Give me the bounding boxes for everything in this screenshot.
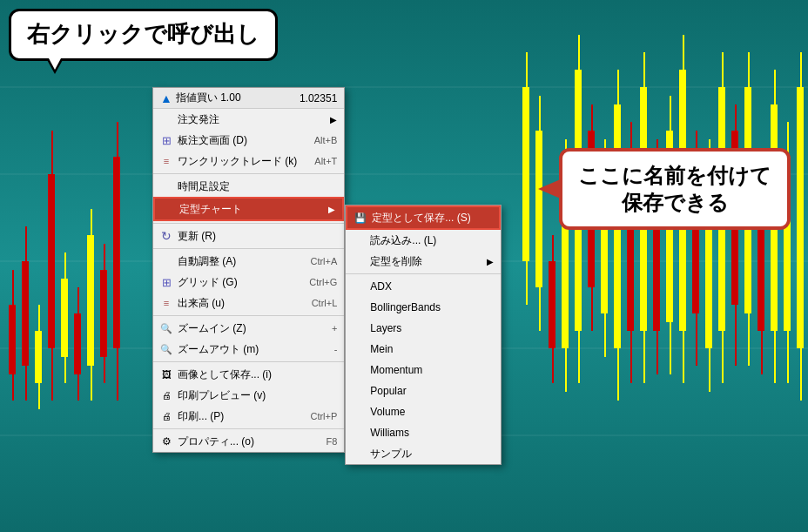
menu-item-props[interactable]: ⚙ プロパティ... (o) F8 bbox=[153, 431, 344, 452]
menu-item-zoomin[interactable]: 🔍 ズームイン (Z) + bbox=[153, 318, 344, 339]
timeframe-icon bbox=[158, 178, 174, 194]
menu-item-order[interactable]: 注文発注 ▶ bbox=[153, 109, 344, 130]
submenu-item-popular[interactable]: Popular bbox=[346, 380, 501, 401]
grid-icon: ⊞ bbox=[158, 132, 174, 148]
williams-icon bbox=[351, 425, 367, 441]
menu-item-timeframe[interactable]: 時間足設定 bbox=[153, 176, 344, 197]
svg-rect-94 bbox=[787, 331, 789, 383]
annotation-top-text: 右クリックで呼び出し bbox=[27, 21, 259, 47]
svg-rect-40 bbox=[552, 348, 554, 383]
svg-rect-28 bbox=[104, 357, 105, 383]
svg-rect-84 bbox=[748, 52, 750, 87]
svg-rect-7 bbox=[12, 374, 14, 401]
svg-rect-81 bbox=[735, 104, 737, 131]
separator-2 bbox=[153, 223, 344, 224]
svg-rect-45 bbox=[578, 35, 580, 70]
submenu-template[interactable]: 💾 定型として保存... (S) 読み込み... (L) 定型を削除 ▶ ADX… bbox=[345, 205, 502, 465]
svg-rect-23 bbox=[87, 235, 94, 366]
context-menu[interactable]: ▲ 指値買い 1.00 1.02351 注文発注 ▶ ⊞ 板注文画面 (D) A… bbox=[152, 87, 345, 453]
svg-rect-34 bbox=[526, 261, 528, 305]
svg-rect-95 bbox=[797, 87, 804, 348]
menu-item-autoscale[interactable]: 自動調整 (A) Ctrl+A bbox=[153, 251, 344, 272]
save-icon: 💾 bbox=[353, 210, 368, 226]
menu-header-value: 1.02351 bbox=[300, 92, 337, 104]
print-icon: 🖨 bbox=[158, 408, 174, 424]
menu-item-printpreview[interactable]: 🖨 印刷プレビュー (v) bbox=[153, 385, 344, 406]
svg-rect-19 bbox=[64, 357, 66, 383]
svg-rect-14 bbox=[48, 174, 55, 348]
svg-rect-85 bbox=[748, 313, 750, 366]
separator-1 bbox=[153, 173, 344, 174]
svg-rect-36 bbox=[539, 96, 541, 131]
annotation-right-line2: 保存できる bbox=[578, 189, 771, 216]
submenu-item-momentum[interactable]: Momentum bbox=[346, 360, 501, 380]
menu-item-oneclick[interactable]: ≡ ワンクリックトレード (k) Alt+T bbox=[153, 151, 344, 172]
submenu-item-bollinger[interactable]: BollingerBands bbox=[346, 297, 501, 318]
delete-icon bbox=[351, 253, 367, 269]
svg-rect-70 bbox=[683, 331, 684, 383]
svg-rect-97 bbox=[800, 348, 802, 401]
menu-item-volume[interactable]: ≡ 出来高 (u) Ctrl+L bbox=[153, 293, 344, 313]
svg-rect-73 bbox=[696, 313, 697, 366]
svg-rect-60 bbox=[643, 52, 645, 87]
svg-rect-64 bbox=[656, 331, 658, 374]
submenu-item-layers[interactable]: Layers bbox=[346, 318, 501, 339]
volume-icon: ≡ bbox=[158, 295, 174, 311]
svg-rect-17 bbox=[61, 279, 68, 357]
separator-6 bbox=[153, 428, 344, 429]
svg-rect-21 bbox=[77, 287, 79, 313]
menu-header: ▲ 指値買い 1.00 1.02351 bbox=[153, 88, 344, 109]
adx-icon bbox=[351, 279, 367, 294]
submenu-item-williams[interactable]: Williams bbox=[346, 422, 501, 443]
annotation-right-line1: ここに名前を付けて bbox=[578, 162, 771, 189]
svg-rect-54 bbox=[617, 70, 619, 104]
menu-item-grid[interactable]: ⊞ グリッド (G) Ctrl+G bbox=[153, 272, 344, 293]
menu-header-label: 指値買い 1.00 bbox=[176, 91, 241, 105]
svg-rect-11 bbox=[35, 331, 42, 383]
svg-rect-38 bbox=[549, 261, 556, 348]
svg-rect-79 bbox=[722, 331, 724, 383]
svg-rect-43 bbox=[565, 348, 567, 392]
saveimg-icon: 🖼 bbox=[158, 367, 174, 382]
svg-rect-52 bbox=[604, 313, 606, 357]
menu-item-orderbook[interactable]: ⊞ 板注文画面 (D) Alt+B bbox=[153, 130, 344, 151]
menu-item-print[interactable]: 🖨 印刷... (P) Ctrl+P bbox=[153, 406, 344, 427]
separator-3 bbox=[153, 248, 344, 249]
submenu-item-delete[interactable]: 定型を削除 ▶ bbox=[346, 251, 501, 272]
svg-rect-22 bbox=[77, 374, 79, 401]
context-menu-wrapper: ▲ 指値買い 1.00 1.02351 注文発注 ▶ ⊞ 板注文画面 (D) A… bbox=[152, 87, 502, 465]
svg-rect-76 bbox=[709, 348, 710, 392]
svg-rect-18 bbox=[64, 253, 66, 279]
svg-rect-48 bbox=[591, 104, 593, 131]
svg-rect-30 bbox=[117, 122, 118, 157]
separator-4 bbox=[153, 315, 344, 316]
submenu-item-mein[interactable]: Mein bbox=[346, 339, 501, 360]
svg-rect-39 bbox=[552, 235, 554, 261]
svg-rect-49 bbox=[591, 287, 593, 331]
menu-item-refresh[interactable]: ↻ 更新 (R) bbox=[153, 226, 344, 246]
props-icon: ⚙ bbox=[158, 434, 174, 449]
svg-rect-25 bbox=[91, 366, 92, 401]
svg-rect-12 bbox=[38, 305, 40, 331]
svg-rect-58 bbox=[630, 331, 632, 383]
layers-icon bbox=[351, 320, 367, 336]
annotation-save-name: ここに名前を付けて 保存できる bbox=[559, 148, 791, 230]
svg-rect-31 bbox=[117, 348, 118, 401]
svg-rect-35 bbox=[535, 131, 542, 287]
oneclick-icon: ≡ bbox=[158, 153, 174, 169]
svg-rect-9 bbox=[25, 226, 27, 261]
submenu-item-volume2[interactable]: Volume bbox=[346, 401, 501, 422]
submenu-item-save[interactable]: 💾 定型として保存... (S) bbox=[346, 205, 501, 230]
svg-rect-24 bbox=[91, 209, 92, 235]
svg-rect-20 bbox=[74, 313, 81, 374]
autoscale-icon bbox=[158, 253, 174, 269]
menu-item-template[interactable]: 定型チャート ▶ bbox=[153, 197, 344, 221]
svg-rect-27 bbox=[104, 244, 105, 270]
submenu-item-sample[interactable]: サンプル bbox=[346, 443, 501, 464]
menu-item-saveimg[interactable]: 🖼 画像として保存... (i) bbox=[153, 364, 344, 385]
submenu-item-load[interactable]: 読み込み... (L) bbox=[346, 230, 501, 251]
svg-rect-29 bbox=[113, 157, 120, 348]
submenu-item-adx[interactable]: ADX bbox=[346, 276, 501, 297]
menu-item-zoomout[interactable]: 🔍 ズームアウト (m) - bbox=[153, 339, 344, 360]
refresh-icon: ↻ bbox=[158, 228, 174, 244]
